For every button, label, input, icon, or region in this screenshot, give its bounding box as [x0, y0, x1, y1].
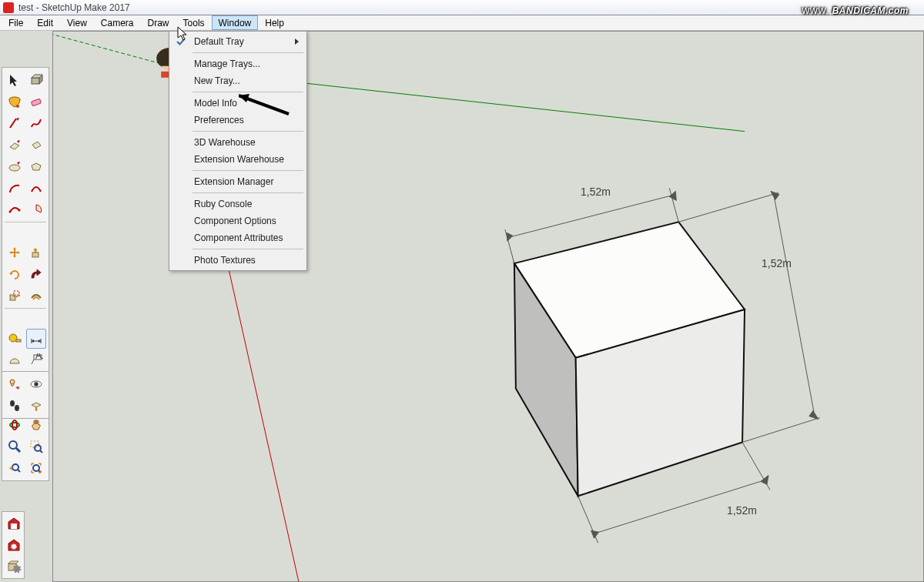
make-component-icon[interactable] [26, 70, 46, 90]
menu-model-info[interactable]: Model Info [171, 95, 305, 112]
toolbar-separator [5, 308, 46, 309]
3d-warehouse-icon[interactable] [5, 514, 23, 533]
polygon-tool-icon[interactable] [26, 156, 46, 176]
svg-point-18 [9, 441, 17, 449]
menu-manage-trays[interactable]: Manage Trays... [171, 55, 305, 72]
menu-component-attributes[interactable]: Component Attributes [171, 229, 305, 246]
window-menu-dropdown[interactable]: Default Tray Manage Trays... New Tray...… [169, 31, 307, 271]
line-tool-icon[interactable] [5, 113, 25, 133]
svg-rect-9 [10, 295, 15, 300]
section-plane-icon[interactable] [26, 396, 46, 416]
rotated-rectangle-icon[interactable] [26, 135, 46, 155]
cube-geometry [514, 222, 745, 496]
mouse-cursor-icon [177, 26, 189, 42]
svg-point-4 [9, 165, 20, 171]
rotate-tool-icon[interactable] [5, 264, 25, 284]
menu-new-tray[interactable]: New Tray... [171, 72, 305, 89]
walk-tool-icon[interactable] [5, 396, 25, 416]
menu-window[interactable]: Window [212, 15, 259, 30]
dimension-tool-icon[interactable] [26, 329, 46, 349]
title-bar: test - SketchUp Make 2017 www.BANDICAM.c… [0, 0, 924, 15]
extension-manager-icon[interactable] [5, 557, 23, 576]
svg-line-51 [578, 496, 598, 543]
menu-separator [192, 131, 303, 132]
menu-separator [192, 92, 303, 92]
svg-point-16 [10, 423, 19, 427]
svg-point-20 [35, 445, 41, 451]
select-tool-icon[interactable] [5, 70, 25, 90]
freehand-tool-icon[interactable] [26, 113, 46, 133]
paint-bucket-icon[interactable] [5, 92, 25, 112]
svg-point-23 [10, 380, 15, 384]
dimension-label-right: 1,52m [762, 257, 792, 269]
two-point-arc-icon[interactable] [26, 178, 46, 198]
offset-tool-icon[interactable] [26, 286, 46, 306]
arc-tool-icon[interactable] [5, 178, 25, 198]
svg-rect-3 [31, 99, 41, 106]
previous-view-icon[interactable] [5, 458, 25, 478]
toolbar-separator [5, 222, 46, 222]
position-camera-icon[interactable] [5, 374, 25, 394]
text-tool-icon[interactable]: A1 [26, 350, 46, 370]
svg-point-7 [18, 209, 21, 212]
protractor-icon[interactable] [5, 350, 25, 370]
menu-separator [192, 249, 303, 249]
menu-edit[interactable]: Edit [30, 15, 60, 30]
menu-extension-warehouse[interactable]: Extension Warehouse [171, 151, 305, 168]
app-logo-icon [3, 2, 14, 13]
eraser-icon[interactable] [26, 92, 46, 112]
warehouse-toolbar[interactable] [2, 511, 25, 579]
menu-draw[interactable]: Draw [141, 15, 176, 30]
menu-component-options[interactable]: Component Options [171, 212, 305, 229]
dimension-label-top: 1,52m [581, 186, 611, 198]
menu-camera[interactable]: Camera [94, 15, 141, 30]
svg-point-21 [12, 464, 18, 470]
zoom-extents-icon[interactable] [26, 458, 46, 478]
svg-line-48 [678, 192, 778, 222]
rectangle-tool-icon[interactable] [5, 135, 25, 155]
menu-ruby-console[interactable]: Ruby Console [171, 196, 305, 212]
svg-line-49 [742, 418, 820, 443]
svg-point-27 [10, 400, 15, 406]
submenu-arrow-icon [295, 38, 299, 45]
dimension-label-bottom: 1,52m [727, 504, 757, 517]
svg-point-26 [35, 383, 38, 386]
menu-view[interactable]: View [60, 15, 94, 30]
svg-line-47 [774, 195, 815, 415]
tape-measure-icon[interactable] [5, 329, 25, 349]
large-tool-set-toolbar[interactable]: A1 A [2, 67, 49, 481]
menu-bar[interactable]: File Edit View Camera Draw Tools Window … [0, 15, 924, 31]
menu-preferences[interactable]: Preferences [171, 112, 305, 129]
circle-tool-icon[interactable] [5, 156, 25, 176]
zoom-tool-icon[interactable] [5, 436, 25, 457]
svg-point-17 [12, 420, 17, 430]
svg-point-28 [15, 405, 19, 411]
svg-point-22 [33, 465, 39, 471]
svg-text:A1: A1 [35, 353, 43, 361]
svg-point-30 [12, 544, 16, 549]
menu-separator [192, 52, 303, 53]
menu-photo-textures[interactable]: Photo Textures [171, 252, 305, 269]
menu-3d-warehouse[interactable]: 3D Warehouse [171, 134, 305, 151]
svg-rect-8 [32, 253, 38, 257]
pie-tool-icon[interactable] [26, 199, 46, 219]
camera-toolbar[interactable] [2, 371, 49, 419]
scale-tool-icon[interactable] [5, 286, 25, 306]
look-around-icon[interactable] [26, 374, 46, 394]
extension-warehouse-icon[interactable] [5, 536, 23, 554]
svg-rect-29 [11, 523, 17, 529]
svg-rect-12 [16, 340, 21, 342]
follow-me-icon[interactable] [26, 264, 46, 284]
push-pull-icon[interactable] [26, 242, 46, 263]
menu-default-tray[interactable]: Default Tray [171, 33, 305, 50]
menu-file[interactable]: File [2, 15, 30, 30]
menu-help[interactable]: Help [258, 15, 291, 30]
svg-point-2 [16, 105, 19, 108]
svg-marker-5 [32, 163, 41, 170]
three-point-arc-icon[interactable] [5, 199, 25, 219]
move-tool-icon[interactable] [5, 242, 25, 263]
menu-separator [192, 192, 303, 193]
zoom-window-icon[interactable] [26, 436, 46, 457]
menu-extension-manager[interactable]: Extension Manager [171, 173, 305, 190]
svg-point-6 [9, 211, 12, 213]
